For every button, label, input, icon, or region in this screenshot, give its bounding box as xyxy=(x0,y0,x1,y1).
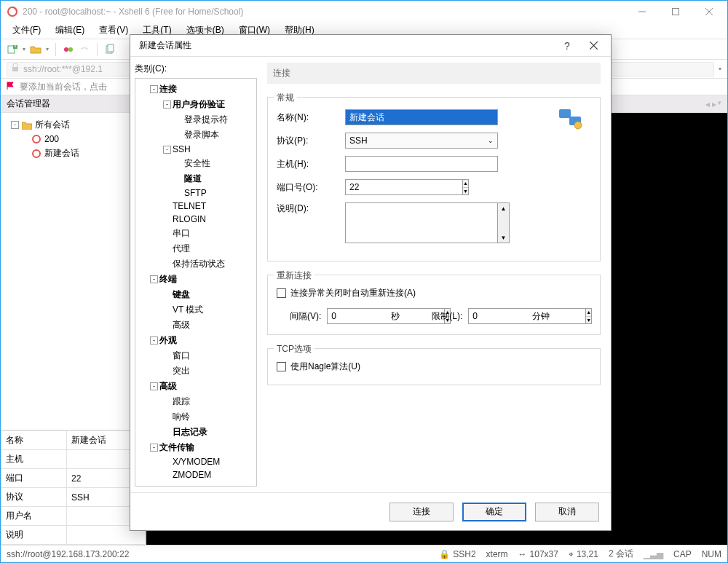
category-item[interactable]: -SSH xyxy=(137,143,255,156)
category-item[interactable]: VT 模式 xyxy=(137,302,255,318)
category-item[interactable]: ZMODEM xyxy=(137,468,255,481)
menu-edit[interactable]: 编辑(E) xyxy=(50,23,90,38)
category-item[interactable]: X/YMODEM xyxy=(137,455,255,468)
nagle-checkbox[interactable] xyxy=(277,362,286,371)
session-tree[interactable]: - 所有会话 200 新建会话 xyxy=(1,113,146,430)
category-item[interactable]: 窗口 xyxy=(137,348,255,363)
protocol-select[interactable]: SSH ⌄ xyxy=(345,133,498,149)
limit-unit: 分钟 xyxy=(532,310,550,323)
maximize-button[interactable] xyxy=(659,1,692,22)
category-item[interactable]: RLOGIN xyxy=(137,213,255,226)
category-item[interactable]: 安全性 xyxy=(137,156,255,171)
status-term: xterm xyxy=(486,549,508,559)
category-item[interactable]: 突出 xyxy=(137,363,255,379)
category-label: 高级 xyxy=(173,319,190,331)
category-item[interactable]: 响铃 xyxy=(137,409,255,425)
port-input[interactable] xyxy=(345,179,463,195)
category-item[interactable]: -终端 xyxy=(137,272,255,287)
minimize-button[interactable] xyxy=(625,1,659,22)
category-label: VT 模式 xyxy=(173,304,203,316)
category-item[interactable]: 保持活动状态 xyxy=(137,256,255,272)
scroll-up-icon[interactable]: ▲ xyxy=(498,203,509,213)
ok-button[interactable]: 确定 xyxy=(462,503,526,521)
dropdown-icon[interactable]: ▾ xyxy=(23,46,25,52)
reconnect-icon[interactable] xyxy=(63,44,74,55)
category-item[interactable]: 键盘 xyxy=(137,287,255,302)
connect-button[interactable]: 连接 xyxy=(389,503,454,521)
label-limit: 限制(L): xyxy=(432,310,462,323)
interval-unit: 秒 xyxy=(391,310,400,323)
category-item[interactable]: 登录脚本 xyxy=(137,127,255,143)
category-item[interactable]: -连接 xyxy=(137,82,255,97)
expand-icon[interactable]: - xyxy=(150,85,158,93)
category-item[interactable]: TELNET xyxy=(137,200,255,213)
tree-item[interactable]: 新建会话 xyxy=(5,146,141,161)
category-item[interactable]: -用户身份验证 xyxy=(137,97,255,112)
expand-icon[interactable]: - xyxy=(150,275,158,283)
category-tree[interactable]: -连接-用户身份验证登录提示符登录脚本-SSH安全性隧道SFTPTELNETRL… xyxy=(135,78,257,487)
cancel-button[interactable]: 取消 xyxy=(535,503,599,521)
spin-up-icon[interactable]: ▲ xyxy=(463,180,468,188)
expand-icon[interactable]: - xyxy=(150,444,158,452)
spin-down-icon[interactable]: ▼ xyxy=(463,188,468,195)
legend-reconnect: 重新连接 xyxy=(274,269,314,282)
dropdown-icon[interactable]: ▾ xyxy=(719,66,721,72)
expand-icon[interactable]: - xyxy=(150,336,158,345)
tree-root-label: 所有会话 xyxy=(35,119,70,131)
name-input[interactable] xyxy=(345,109,498,125)
dialog-close-button[interactable] xyxy=(580,37,606,55)
category-item[interactable]: 日志记录 xyxy=(137,425,255,440)
status-path: ssh://root@192.168.173.200:22 xyxy=(7,549,129,559)
interval-input[interactable] xyxy=(327,308,445,324)
limit-spinner[interactable]: ▲▼ xyxy=(468,308,526,324)
tree-item[interactable]: 200 xyxy=(5,133,141,146)
tree-root[interactable]: - 所有会话 xyxy=(5,117,141,133)
spin-down-icon[interactable]: ▼ xyxy=(586,317,591,324)
spin-up-icon[interactable]: ▲ xyxy=(586,309,591,317)
expand-icon[interactable]: - xyxy=(163,146,171,154)
expand-icon[interactable]: - xyxy=(163,101,171,109)
new-session-icon[interactable]: + xyxy=(7,44,18,55)
table-row: 名称新建会话 xyxy=(1,431,146,450)
panel-pager[interactable]: ◂ ▸ ▾ xyxy=(705,99,721,109)
interval-spinner[interactable]: ▲▼ xyxy=(327,308,385,324)
category-label: 类别(C): xyxy=(135,63,257,75)
table-row: 用户名 xyxy=(1,507,146,526)
close-button[interactable] xyxy=(692,1,726,22)
help-button[interactable]: ? xyxy=(554,37,580,55)
svg-rect-17 xyxy=(559,109,571,118)
category-item[interactable]: -外观 xyxy=(137,333,255,348)
disconnect-icon[interactable] xyxy=(79,44,90,55)
svg-rect-11 xyxy=(108,44,114,52)
menu-view[interactable]: 查看(V) xyxy=(93,23,134,38)
category-item[interactable]: -文件传输 xyxy=(137,440,255,455)
category-label: 登录提示符 xyxy=(184,114,228,126)
statusbar: ssh://root@192.168.173.200:22 🔒SSH2 xter… xyxy=(1,545,727,562)
scroll-down-icon[interactable]: ▼ xyxy=(498,232,509,243)
svg-point-19 xyxy=(574,122,582,129)
auto-reconnect-checkbox[interactable] xyxy=(277,288,286,298)
category-label: 用户身份验证 xyxy=(173,98,225,111)
limit-input[interactable] xyxy=(468,308,586,324)
category-item[interactable]: 高级 xyxy=(137,318,255,333)
label-interval: 间隔(V): xyxy=(290,310,321,323)
category-item[interactable]: 登录提示符 xyxy=(137,112,255,127)
menu-file[interactable]: 文件(F) xyxy=(7,23,47,38)
port-spinner[interactable]: ▲▼ xyxy=(345,179,403,195)
category-item[interactable]: SFTP xyxy=(137,186,255,200)
expand-icon[interactable]: - xyxy=(150,382,158,390)
panel-title-text: 会话管理器 xyxy=(7,98,50,110)
category-item[interactable]: 串口 xyxy=(137,226,255,241)
description-textarea[interactable] xyxy=(345,202,498,243)
copy-icon[interactable] xyxy=(104,44,116,55)
host-input[interactable] xyxy=(345,156,498,172)
category-item[interactable]: 跟踪 xyxy=(137,394,255,409)
category-item[interactable]: 隧道 xyxy=(137,171,255,186)
dialog-titlebar: 新建会话属性 ? xyxy=(130,35,611,57)
lock-icon xyxy=(12,63,19,74)
category-label: 安全性 xyxy=(184,157,210,170)
dropdown-icon[interactable]: ▾ xyxy=(46,46,49,52)
category-item[interactable]: 代理 xyxy=(137,241,255,256)
category-item[interactable]: -高级 xyxy=(137,379,255,394)
open-icon[interactable] xyxy=(30,44,41,55)
